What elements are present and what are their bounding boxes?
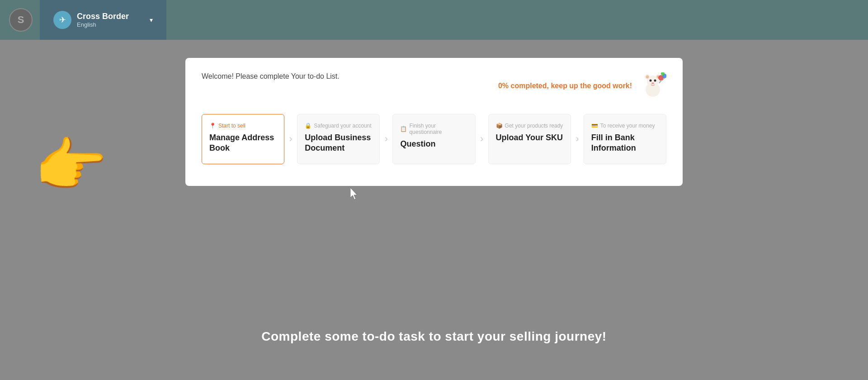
header: S ✈ Cross Border English ▾ <box>0 0 868 40</box>
steps-row: 📍 Start to sell Manage Address Book › 🔒 … <box>202 114 666 164</box>
step-card-2[interactable]: 🔒 Safeguard your account Upload Business… <box>297 114 380 164</box>
step-1-category: 📍 Start to sell <box>209 123 277 129</box>
welcome-text: Welcome! Please complete Your to-do List… <box>202 72 340 81</box>
mascot <box>639 72 666 100</box>
questionnaire-icon: 📋 <box>400 126 407 132</box>
dropdown-icon[interactable]: ▾ <box>150 16 153 24</box>
step-3-title: Question <box>400 139 467 149</box>
svg-point-6 <box>650 80 652 82</box>
step-2-title: Upload Business Document <box>305 133 372 154</box>
step-1-title: Manage Address Book <box>209 133 277 154</box>
todo-progress: 0% completed, keep up the good work! <box>498 72 666 100</box>
step-3-category: 📋 Finish your questionnaire <box>400 123 467 135</box>
todo-header: Welcome! Please complete Your to-do List… <box>202 72 666 100</box>
step-card-4[interactable]: 📦 Get your products ready Upload Your SK… <box>488 114 571 164</box>
svg-point-8 <box>651 82 654 84</box>
arrow-2: › <box>380 114 392 164</box>
svg-point-4 <box>646 76 649 79</box>
arrow-3: › <box>476 114 488 164</box>
progress-text: 0% completed, keep up the good work! <box>498 82 632 90</box>
step-5-title: Fill in Bank Information <box>591 133 659 154</box>
step-4-title: Upload Your SKU <box>496 133 563 143</box>
brand-title: Cross Border <box>77 12 145 21</box>
avatar: S <box>9 8 33 32</box>
step-5-category: 💳 To receive your money <box>591 123 659 129</box>
bottom-message: Complete some to-do task to start your s… <box>0 329 868 344</box>
header-left: S <box>0 8 40 32</box>
brand-text: Cross Border English <box>77 12 145 28</box>
step-card-3[interactable]: 📋 Finish your questionnaire Question <box>392 114 475 164</box>
todo-card: Welcome! Please complete Your to-do List… <box>185 58 683 186</box>
step-card-1[interactable]: 📍 Start to sell Manage Address Book <box>202 114 284 164</box>
shield-icon: 🔒 <box>305 123 311 129</box>
brand-subtitle: English <box>77 21 145 28</box>
brand-icon: ✈ <box>53 11 71 29</box>
main-content: Welcome! Please complete Your to-do List… <box>0 40 868 186</box>
svg-point-7 <box>654 80 656 82</box>
mouse-cursor <box>350 188 361 201</box>
products-icon: 📦 <box>496 123 503 129</box>
step-4-category: 📦 Get your products ready <box>496 123 563 129</box>
step-2-category: 🔒 Safeguard your account <box>305 123 372 129</box>
location-icon: 📍 <box>209 123 216 129</box>
header-brand[interactable]: ✈ Cross Border English ▾ <box>40 0 166 40</box>
money-icon: 💳 <box>591 123 598 129</box>
mascot-svg <box>639 72 666 100</box>
arrow-4: › <box>571 114 584 164</box>
step-card-5[interactable]: 💳 To receive your money Fill in Bank Inf… <box>584 114 666 164</box>
arrow-1: › <box>284 114 297 164</box>
